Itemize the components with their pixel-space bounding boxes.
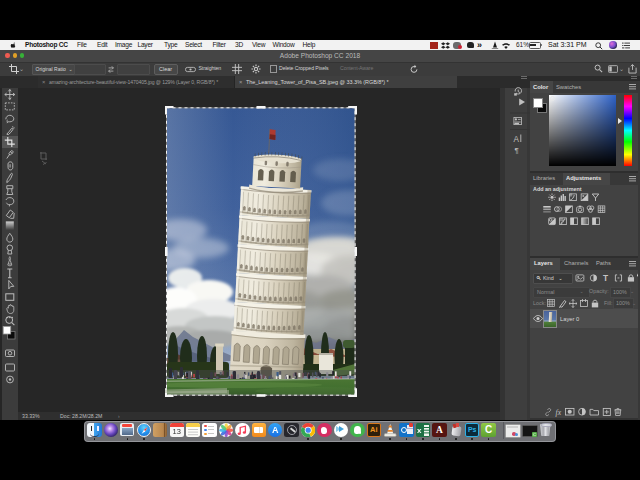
svg-text:A: A: [514, 135, 520, 144]
svg-text:¶: ¶: [515, 146, 519, 155]
svg-text:T: T: [603, 273, 608, 283]
svg-text:fx: fx: [556, 407, 562, 416]
